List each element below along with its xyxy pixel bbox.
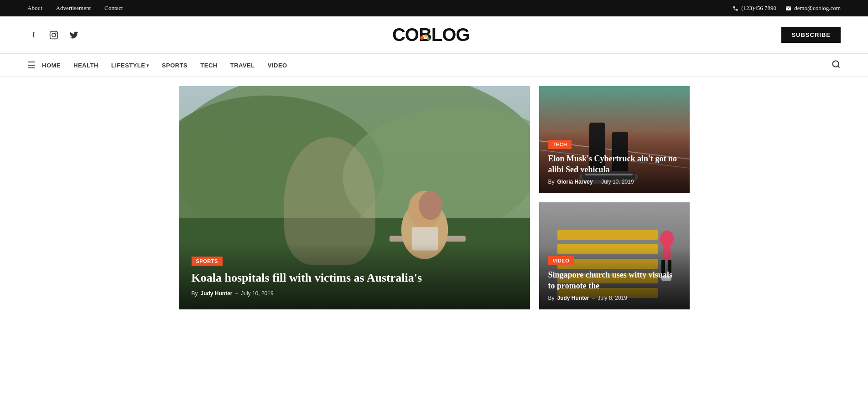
logo-dots-icon xyxy=(420,33,430,43)
nav-lifestyle[interactable]: LIFESTYLE ▾ xyxy=(111,62,149,69)
svg-rect-0 xyxy=(50,31,58,39)
svg-point-35 xyxy=(660,231,674,247)
featured-date: July 10, 2019 xyxy=(241,290,273,297)
right-column: TECH Elon Musk's Cybertruck ain't got no… xyxy=(539,86,690,309)
top-bar: About Advertisement Contact (123)456 789… xyxy=(0,0,868,16)
featured-article[interactable]: SPORTS Koala hospitals fill with victims… xyxy=(179,86,530,309)
twitter-icon[interactable] xyxy=(68,29,80,41)
top-right-overlay: TECH Elon Musk's Cybertruck ain't got no… xyxy=(539,131,690,193)
email-icon xyxy=(785,5,791,11)
featured-category-badge[interactable]: SPORTS xyxy=(192,257,223,266)
top-nav-about[interactable]: About xyxy=(27,5,42,12)
bottom-right-by: By xyxy=(548,295,555,301)
social-icons: f xyxy=(27,29,80,41)
bottom-right-article[interactable]: VIDEO Singapore church uses witty visual… xyxy=(539,202,690,309)
bottom-right-title[interactable]: Singapore church uses witty visuals to p… xyxy=(548,270,681,291)
subscribe-button[interactable]: SUBSCRIBE xyxy=(781,27,841,43)
top-nav-contact[interactable]: Contact xyxy=(104,5,123,12)
top-right-article[interactable]: TECH Elon Musk's Cybertruck ain't got no… xyxy=(539,86,690,193)
hamburger-menu[interactable]: ☰ xyxy=(27,60,36,71)
top-right-by: By xyxy=(548,179,555,185)
top-right-category-badge[interactable]: TECH xyxy=(548,140,572,149)
svg-point-4 xyxy=(424,35,427,38)
svg-point-3 xyxy=(420,36,424,40)
top-right-date: July 10, 2019 xyxy=(601,179,634,185)
main-content: SPORTS Koala hospitals fill with victims… xyxy=(151,77,717,319)
nav-left: ☰ HOME HEALTH LIFESTYLE ▾ SPORTS TECH TR… xyxy=(27,60,287,71)
site-logo[interactable]: CO BLOG xyxy=(392,25,470,45)
main-nav: ☰ HOME HEALTH LIFESTYLE ▾ SPORTS TECH TR… xyxy=(0,53,868,77)
bottom-right-meta: By Judy Hunter – July 8, 2019 xyxy=(548,295,681,301)
featured-author[interactable]: Judy Hunter xyxy=(201,290,233,297)
top-right-author[interactable]: Gloria Harvey xyxy=(557,179,593,185)
nav-links: HOME HEALTH LIFESTYLE ▾ SPORTS TECH TRAV… xyxy=(42,62,287,69)
nav-sports[interactable]: SPORTS xyxy=(162,62,187,69)
top-nav: About Advertisement Contact xyxy=(27,5,123,12)
nav-travel[interactable]: TRAVEL xyxy=(230,62,255,69)
nav-health[interactable]: HEALTH xyxy=(73,62,99,69)
featured-title[interactable]: Koala hospitals fill with victims as Aus… xyxy=(192,270,517,286)
phone-info: (123)456 7890 xyxy=(733,5,776,12)
nav-home[interactable]: HOME xyxy=(42,62,61,69)
svg-point-17 xyxy=(419,191,442,220)
logo-wrapper: CO BLOG xyxy=(80,25,781,45)
chevron-down-icon: ▾ xyxy=(146,63,149,68)
top-right-title[interactable]: Elon Musk's Cybertruck ain't got no alib… xyxy=(548,154,681,175)
svg-point-6 xyxy=(833,61,839,67)
bottom-right-date: July 8, 2019 xyxy=(598,295,627,301)
top-nav-advertisement[interactable]: Advertisement xyxy=(56,5,91,12)
site-header: f CO BLOG SUBSCRIBE xyxy=(0,16,868,53)
bottom-right-author[interactable]: Judy Hunter xyxy=(557,295,589,301)
nav-tech[interactable]: TECH xyxy=(200,62,217,69)
instagram-icon[interactable] xyxy=(47,29,60,41)
svg-rect-30 xyxy=(557,230,658,240)
phone-icon xyxy=(733,5,738,11)
search-icon[interactable] xyxy=(832,60,841,71)
svg-point-5 xyxy=(427,37,430,40)
bottom-right-category-badge[interactable]: VIDEO xyxy=(548,256,574,265)
email-info: demo@coblog.com xyxy=(785,5,841,12)
svg-line-7 xyxy=(838,66,840,67)
svg-point-1 xyxy=(52,33,56,36)
featured-overlay: SPORTS Koala hospitals fill with victims… xyxy=(179,243,530,309)
featured-meta: By Judy Hunter – July 10, 2019 xyxy=(192,290,517,297)
facebook-icon[interactable]: f xyxy=(27,29,40,41)
featured-by: By xyxy=(192,290,198,297)
top-contact: (123)456 7890 demo@coblog.com xyxy=(733,5,841,12)
svg-point-2 xyxy=(55,32,57,34)
nav-video[interactable]: VIDEO xyxy=(268,62,287,69)
bottom-right-overlay: VIDEO Singapore church uses witty visual… xyxy=(539,247,690,309)
top-right-meta: By Gloria Harvey – July 10, 2019 xyxy=(548,179,681,185)
